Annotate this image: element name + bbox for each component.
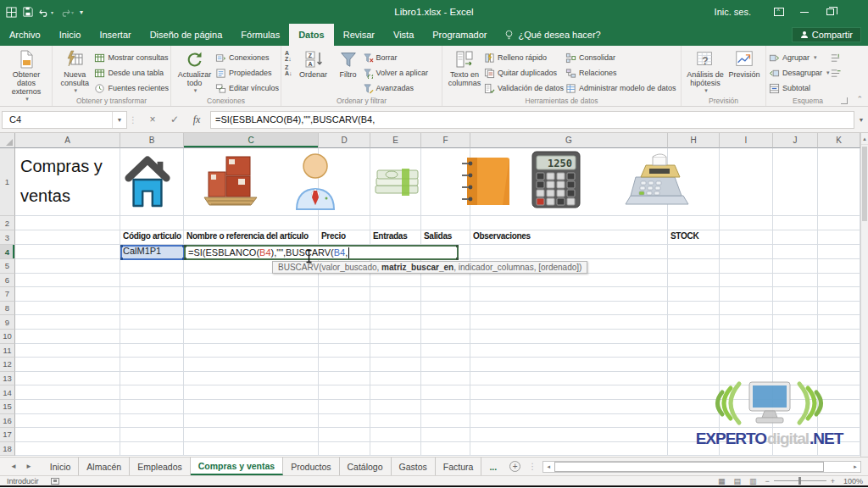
cell-H2[interactable]: [668, 216, 720, 230]
cell-F12[interactable]: [421, 358, 470, 372]
cell-C17[interactable]: [184, 428, 319, 442]
column-header-H[interactable]: H: [668, 133, 720, 148]
cell-G14[interactable]: [470, 385, 668, 400]
cell-E18[interactable]: [370, 442, 421, 457]
cell-H9[interactable]: [668, 315, 720, 330]
worker-image[interactable]: [292, 152, 339, 211]
cell-F18[interactable]: [421, 442, 470, 457]
select-all-corner[interactable]: [0, 133, 15, 148]
cell-J4[interactable]: [773, 245, 818, 259]
save-button[interactable]: [23, 7, 33, 17]
collapse-ribbon-button[interactable]: ⌃: [856, 95, 863, 103]
row-header-6[interactable]: 6: [0, 274, 15, 288]
undo-button[interactable]: ▾: [39, 8, 53, 17]
row-header-8[interactable]: 8: [0, 302, 15, 316]
cash-register-image[interactable]: [624, 153, 693, 208]
agrupar-button[interactable]: Agrupar: [769, 50, 830, 65]
cell-J3[interactable]: [773, 230, 818, 245]
cell-D17[interactable]: [319, 428, 370, 442]
desde-una-tabla-button[interactable]: Desde una tabla: [94, 65, 169, 80]
cell-D13[interactable]: [319, 372, 370, 386]
sort-az-button[interactable]: AZ↓: [285, 50, 292, 62]
tab-formulas[interactable]: Fórmulas: [231, 24, 289, 46]
cell-K1[interactable]: [818, 148, 860, 216]
row-header-2[interactable]: 2: [0, 216, 15, 230]
cell-B14[interactable]: [120, 385, 184, 400]
cell-K12[interactable]: [818, 358, 860, 372]
cell-C3[interactable]: Nombre o referencia del artículo: [184, 230, 319, 245]
tab-archivo[interactable]: Archivo: [0, 24, 50, 46]
prevision-button[interactable]: Previsión: [726, 48, 762, 80]
cell-B11[interactable]: [120, 344, 184, 358]
zoom-control[interactable]: − +: [765, 477, 835, 485]
volver-a-aplicar-button[interactable]: Volver a aplicar: [363, 65, 429, 80]
cell-J9[interactable]: [773, 315, 818, 330]
cell-F10[interactable]: [421, 330, 470, 344]
cell-K11[interactable]: [818, 344, 860, 358]
cell-F2[interactable]: [421, 216, 470, 230]
page-layout-view-icon[interactable]: ▤: [733, 477, 741, 485]
cell-A7[interactable]: [15, 287, 120, 302]
cell-K6[interactable]: [818, 274, 860, 288]
cell-E12[interactable]: [370, 358, 421, 372]
cell-H10[interactable]: [668, 330, 720, 344]
cell-I6[interactable]: [720, 274, 773, 288]
sort-za-button[interactable]: ZA↓: [285, 64, 292, 76]
boxes-image[interactable]: [201, 153, 260, 209]
relleno-rapido-button[interactable]: Relleno rápido: [484, 50, 565, 65]
sheet-tab-compras-y-ventas[interactable]: Compras y ventas: [191, 458, 283, 475]
customize-qat-button[interactable]: ▾: [80, 8, 83, 16]
row-header-16[interactable]: 16: [0, 414, 15, 429]
cell-K2[interactable]: [818, 216, 860, 230]
cell-K15[interactable]: [818, 400, 860, 414]
house-image[interactable]: [123, 153, 172, 209]
zoom-out-icon[interactable]: −: [765, 477, 769, 485]
vertical-scrollbar-thumb[interactable]: [862, 147, 867, 221]
editar-vinculos-button[interactable]: Editar vínculos: [215, 80, 279, 96]
borrar-button[interactable]: Borrar: [363, 50, 429, 65]
cell-J17[interactable]: [773, 428, 818, 442]
cell-K7[interactable]: [818, 287, 860, 302]
more-sheets-button[interactable]: ...: [481, 458, 504, 475]
column-header-J[interactable]: J: [773, 133, 818, 148]
cell-B12[interactable]: [120, 358, 184, 372]
cell-D3[interactable]: Precio: [319, 230, 370, 245]
cell-D2[interactable]: [319, 216, 370, 230]
cell-G13[interactable]: [470, 372, 668, 386]
vertical-scrollbar[interactable]: ▲: [860, 133, 868, 457]
cell-E3[interactable]: Entradas: [370, 230, 421, 245]
row-header-13[interactable]: 13: [0, 372, 15, 386]
cell-A14[interactable]: [15, 385, 120, 400]
cell-C10[interactable]: [184, 330, 319, 344]
cell-K3[interactable]: [818, 230, 860, 245]
row-header-14[interactable]: 14: [0, 385, 15, 400]
cell-K13[interactable]: [818, 372, 860, 386]
cell-A3[interactable]: [15, 230, 120, 245]
row-header-1[interactable]: 1: [0, 148, 15, 216]
cell-B2[interactable]: [120, 216, 184, 230]
cell-A4[interactable]: [15, 245, 120, 259]
cell-D12[interactable]: [319, 358, 370, 372]
cell-I4[interactable]: [720, 245, 773, 259]
quitar-duplicados-button[interactable]: Quitar duplicados: [484, 65, 565, 80]
cell-E9[interactable]: [370, 315, 421, 330]
row-header-4[interactable]: 4: [0, 245, 15, 259]
cell-E6[interactable]: [370, 274, 421, 288]
tell-me-search[interactable]: ¿Qué desea hacer?: [496, 24, 609, 46]
cell-K9[interactable]: [818, 315, 860, 330]
cell-I8[interactable]: [720, 302, 773, 316]
row-header-5[interactable]: 5: [0, 259, 15, 274]
cell-J16[interactable]: [773, 414, 818, 429]
cell-I16[interactable]: [720, 414, 773, 429]
zoom-in-icon[interactable]: +: [831, 477, 835, 485]
cell-H8[interactable]: [668, 302, 720, 316]
scroll-left-icon[interactable]: ◄: [543, 462, 554, 472]
cell-E13[interactable]: [370, 372, 421, 386]
row-header-12[interactable]: 12: [0, 358, 15, 372]
cell-C18[interactable]: [184, 442, 319, 457]
zoom-slider[interactable]: [774, 480, 826, 481]
cell-A10[interactable]: [15, 330, 120, 344]
cell-G2[interactable]: [470, 216, 668, 230]
nueva-consulta-button[interactable]: Nueva consulta: [55, 48, 94, 95]
cell-C7[interactable]: [184, 287, 319, 302]
